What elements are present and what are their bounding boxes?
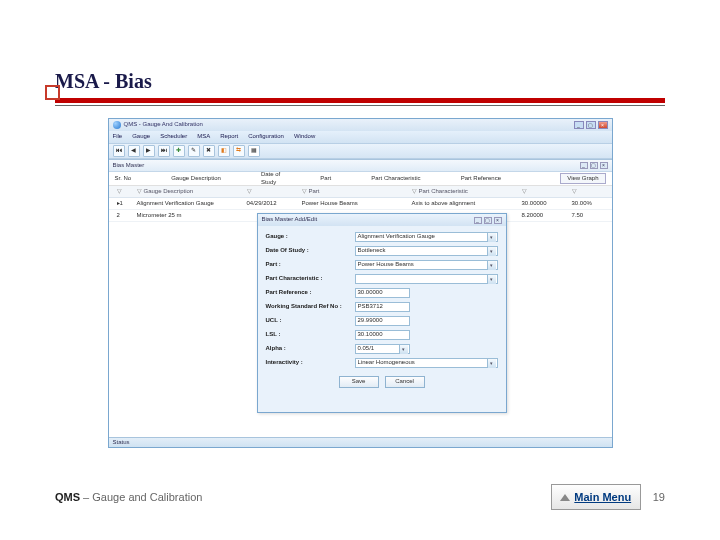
filter-icon[interactable]: ▽	[247, 188, 252, 196]
input-gauge[interactable]: Alignment Verification Gauge▾	[355, 232, 498, 242]
menu-scheduler[interactable]: Scheduler	[160, 133, 187, 141]
maximize-icon[interactable]: ▢	[586, 121, 596, 129]
cell-gauge: Micrometer 25 m	[137, 210, 247, 221]
input-inter[interactable]: Linear Homogeneous▾	[355, 358, 498, 368]
chevron-down-icon[interactable]: ▾	[487, 359, 496, 368]
dlg-maximize-icon[interactable]: ▢	[484, 217, 492, 224]
input-date[interactable]: Bottleneck▾	[355, 246, 498, 256]
cell-sr: 2	[117, 212, 120, 220]
label-alpha: Alpha :	[266, 345, 351, 353]
slide-title: MSA - Bias	[55, 70, 665, 93]
header-part: Part	[320, 175, 331, 183]
thick-divider	[55, 98, 665, 103]
subwindow-title: Bias Master	[113, 162, 145, 170]
chevron-down-icon[interactable]: ▾	[487, 233, 496, 242]
input-part[interactable]: Power House Beams▾	[355, 260, 498, 270]
label-part: Part :	[266, 261, 351, 269]
status-text: Status	[113, 439, 130, 447]
footer-text: QMS – Gauge and Calibration	[55, 491, 202, 503]
bias-edit-dialog: Bias Master Add/Edit _ ▢ × Gauge :Alignm…	[257, 213, 507, 413]
chevron-down-icon[interactable]: ▾	[487, 275, 496, 284]
subwindow-titlebar: Bias Master _ ▢ ×	[109, 160, 612, 172]
tool-swap-icon[interactable]: ⇆	[233, 145, 245, 157]
label-date: Date Of Study :	[266, 247, 351, 255]
label-lsl: LSL :	[266, 331, 351, 339]
sub-maximize-icon[interactable]: ▢	[590, 162, 598, 169]
toolbar: ⏮ ◀ ▶ ⏭ ✚ ✎ ✖ ◧ ⇆ ▦	[109, 143, 612, 159]
label-ucl: UCL :	[266, 317, 351, 325]
input-alpha[interactable]: 0.05/1▾	[355, 344, 410, 354]
dialog-title: Bias Master Add/Edit	[262, 216, 318, 224]
edit-icon[interactable]: ✎	[188, 145, 200, 157]
label-gauge: Gauge :	[266, 233, 351, 241]
dlg-close-icon[interactable]: ×	[494, 217, 502, 224]
col-part: Part	[309, 188, 320, 196]
menu-gauge[interactable]: Gauge	[132, 133, 150, 141]
col-gauge: Gauge Description	[144, 188, 194, 196]
menu-window[interactable]: Window	[294, 133, 315, 141]
menu-configuration[interactable]: Configuration	[248, 133, 284, 141]
app-orb-icon	[113, 121, 121, 129]
input-ucl[interactable]: 29.99000	[355, 316, 410, 326]
sub-close-icon[interactable]: ×	[600, 162, 608, 169]
tool-orange-icon[interactable]: ◧	[218, 145, 230, 157]
nav-last-icon[interactable]: ⏭	[158, 145, 170, 157]
menu-report[interactable]: Report	[220, 133, 238, 141]
header-study: Study	[261, 179, 276, 185]
label-inter: Interactivity :	[266, 359, 351, 367]
sub-minimize-icon[interactable]: _	[580, 162, 588, 169]
filter-icon[interactable]: ▽	[412, 188, 417, 196]
cell-sr: 1	[120, 200, 123, 208]
cell-part: Power House Beams	[302, 198, 412, 209]
dlg-minimize-icon[interactable]: _	[474, 217, 482, 224]
table-row[interactable]: ▸ 1 Alignment Verification Gauge 04/29/2…	[109, 198, 612, 210]
cell-date: 04/29/2012	[247, 198, 302, 209]
nav-next-icon[interactable]: ▶	[143, 145, 155, 157]
cell-char: Axis to above alignment	[412, 198, 522, 209]
input-wsr[interactable]: PSB3712	[355, 302, 410, 312]
filter-icon[interactable]: ▽	[302, 188, 307, 196]
nav-prev-icon[interactable]: ◀	[128, 145, 140, 157]
input-partchar[interactable]: ▾	[355, 274, 498, 284]
header-srno: Sr. No	[115, 175, 132, 183]
filter-icon[interactable]: ▽	[137, 188, 142, 196]
label-partchar: Part Characteristic :	[266, 275, 351, 283]
add-icon[interactable]: ✚	[173, 145, 185, 157]
cell-ref: 30.00000	[522, 198, 572, 209]
minimize-icon[interactable]: _	[574, 121, 584, 129]
thin-divider	[55, 105, 665, 106]
nav-first-icon[interactable]: ⏮	[113, 145, 125, 157]
page-number: 19	[653, 491, 665, 503]
input-partref[interactable]: 30.00000	[355, 288, 410, 298]
menu-msa[interactable]: MSA	[197, 133, 210, 141]
main-menu-label: Main Menu	[574, 491, 631, 503]
chevron-down-icon[interactable]: ▾	[487, 247, 496, 256]
window-title: QMS - Gauge And Calibration	[124, 121, 203, 129]
chevron-down-icon[interactable]: ▾	[487, 261, 496, 270]
view-graph-button[interactable]: View Graph	[560, 173, 605, 185]
cell-pct: 7.50	[572, 210, 612, 221]
status-bar: Status	[109, 437, 612, 447]
input-lsl[interactable]: 30.10000	[355, 330, 410, 340]
filter-icon[interactable]: ▽	[572, 188, 577, 196]
cell-ref: 8.20000	[522, 210, 572, 221]
col-partchar: Part Characteristic	[419, 188, 468, 196]
label-partref: Part Reference :	[266, 289, 351, 297]
calendar-icon[interactable]: ▦	[248, 145, 260, 157]
filter-icon[interactable]: ▽	[522, 188, 527, 196]
main-menu-button[interactable]: Main Menu	[551, 484, 641, 510]
dialog-titlebar: Bias Master Add/Edit _ ▢ ×	[258, 214, 506, 226]
chevron-down-icon[interactable]: ▾	[399, 345, 408, 354]
header-date: Date of	[261, 171, 280, 177]
delete-icon[interactable]: ✖	[203, 145, 215, 157]
header-partchar: Part Characteristic	[371, 175, 420, 183]
menu-file[interactable]: File	[113, 133, 123, 141]
header-gaugedesc: Gauge Description	[171, 175, 221, 183]
save-button[interactable]: Save	[339, 376, 379, 388]
cell-pct: 30.00%	[572, 198, 612, 209]
filter-icon[interactable]: ▽	[117, 188, 122, 196]
cancel-button[interactable]: Cancel	[385, 376, 425, 388]
header-partref: Part Reference	[461, 175, 501, 183]
close-icon[interactable]: ×	[598, 121, 608, 129]
arrow-up-icon	[560, 494, 570, 501]
